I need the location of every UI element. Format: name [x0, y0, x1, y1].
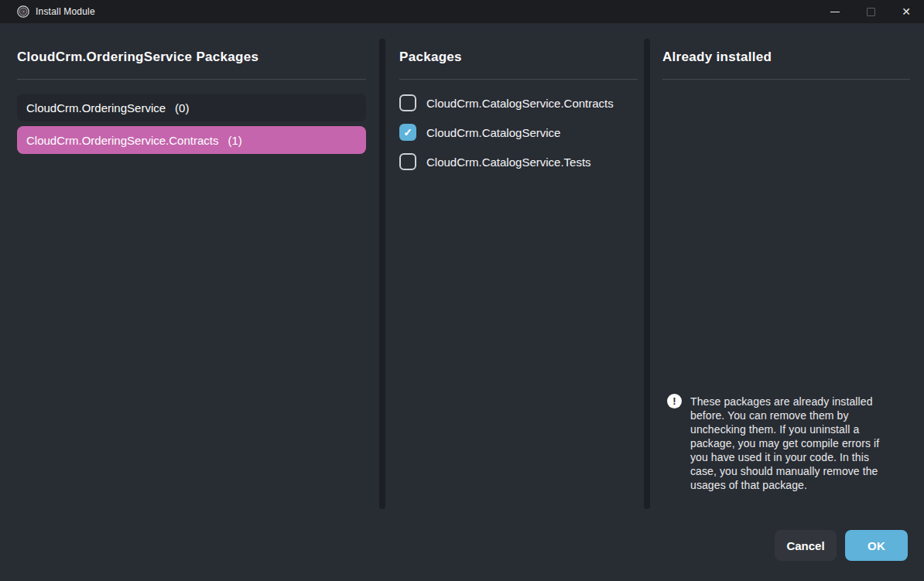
module-name: CloudCrm.OrderingService: [26, 101, 166, 114]
maximize-icon: [867, 8, 875, 16]
warning-exclamation-icon: !: [667, 394, 682, 408]
ok-button[interactable]: OK: [845, 530, 908, 561]
package-row-catalogservice[interactable]: ✓ CloudCrm.CatalogService: [399, 124, 560, 141]
checkbox-checked-icon[interactable]: ✓: [399, 124, 416, 141]
maximize-button[interactable]: [853, 0, 888, 23]
close-button[interactable]: ✕: [888, 0, 924, 23]
module-package-count: (1): [228, 134, 241, 147]
installed-panel-divider: [662, 79, 910, 80]
left-panel-divider: [17, 79, 366, 80]
checkmark-icon: ✓: [403, 127, 412, 138]
titlebar: Install Module ✕: [0, 0, 924, 23]
module-row-orderingservice[interactable]: CloudCrm.OrderingService (0): [17, 94, 366, 121]
package-label: CloudCrm.CatalogService.Contracts: [426, 97, 614, 110]
checkbox-unchecked-icon[interactable]: [399, 153, 416, 170]
left-panel-title: CloudCrm.OrderingService Packages: [17, 50, 258, 65]
module-name: CloudCrm.OrderingService.Contracts: [26, 134, 218, 147]
minimize-icon: [830, 12, 840, 12]
package-label: CloudCrm.CatalogService.Tests: [426, 156, 591, 169]
minimize-button[interactable]: [817, 0, 853, 23]
module-row-orderingservice-contracts[interactable]: CloudCrm.OrderingService.Contracts (1): [17, 126, 366, 154]
checkbox-unchecked-icon[interactable]: [399, 94, 416, 111]
packages-panel-title: Packages: [399, 50, 462, 65]
column-divider-1: [379, 39, 385, 509]
module-package-count: (0): [175, 101, 189, 114]
app-logo-icon: [17, 5, 29, 18]
close-icon: ✕: [902, 6, 911, 17]
package-row-catalogservice-contracts[interactable]: CloudCrm.CatalogService.Contracts: [399, 94, 614, 111]
column-divider-2: [644, 39, 650, 509]
package-row-catalogservice-tests[interactable]: CloudCrm.CatalogService.Tests: [399, 153, 591, 170]
installed-panel-title: Already installed: [662, 50, 772, 65]
packages-panel-divider: [399, 79, 638, 80]
package-label: CloudCrm.CatalogService: [426, 126, 560, 139]
installed-note-text: These packages are already installed bef…: [690, 395, 896, 492]
cancel-button[interactable]: Cancel: [775, 530, 837, 561]
window-title: Install Module: [36, 6, 95, 17]
